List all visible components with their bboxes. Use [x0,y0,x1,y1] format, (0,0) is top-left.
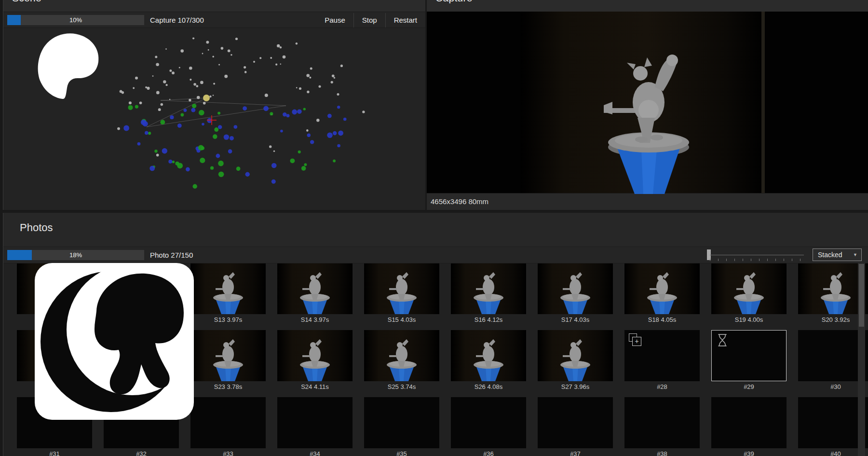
photo-thumbnail[interactable] [190,397,266,448]
photo-thumbnail-label: S24 4.11s [277,382,353,393]
photo-thumbnail[interactable] [451,263,526,314]
vertical-scrollbar[interactable] [858,263,865,456]
photo-thumbnail[interactable] [190,263,266,314]
photo-thumbnail[interactable] [190,330,266,381]
photo-thumbnail[interactable] [451,397,526,448]
photo-thumbnail-label: #38 [624,449,700,456]
photo-thumbnail[interactable]: + [624,330,700,381]
photo-thumbnail-label: S18 4.05s [624,315,700,326]
photo-thumbnail-label: #35 [364,449,439,456]
photo-thumbnail-label: #31 [17,449,92,456]
photo-thumbnail-label: #39 [711,449,787,456]
photo-thumbnail[interactable] [277,263,353,314]
view-mode-dropdown[interactable]: Stacked ▼ [813,249,862,261]
photo-thumbnail-label: S13 3.97s [190,315,266,326]
photo-thumbnail[interactable] [711,330,787,381]
hourglass-icon [717,333,728,347]
capture-counter: Capture 107/300 [150,12,204,28]
slider-ticks [710,259,802,261]
slider-track [710,255,804,255]
photo-thumbnail[interactable] [624,397,700,448]
photo-thumbnail[interactable] [451,330,526,381]
chevron-down-icon: ▼ [853,249,857,261]
photo-thumbnail-label: #28 [624,382,700,393]
photo-thumbnail-label: S16 4.12s [451,315,526,326]
photo-thumbnail-label: S26 4.08s [451,382,526,393]
photo-thumbnail-label: #37 [538,449,613,456]
photo-thumbnail-label: S23 3.78s [190,382,266,393]
photos-progressbar: 18% [7,250,144,260]
capture-titlebar: Capture [427,0,868,12]
scene-toolbar: 10% Capture 107/300 Pause Stop Restart [3,12,425,28]
photo-thumbnail[interactable] [277,397,353,448]
photos-counter: Photo 27/150 [150,247,193,263]
photo-thumbnail-label: S27 3.96s [538,382,613,393]
stop-button[interactable]: Stop [354,12,385,28]
view-mode-value: Stacked [818,251,842,259]
capture-progress-percent: 10% [7,15,144,25]
photo-thumbnail[interactable] [364,397,439,448]
photos-toolbar: 18% Photo 27/150 Stacked ▼ [3,247,868,263]
photo-thumbnail-label: #34 [277,449,353,456]
capture-progressbar: 10% [7,15,144,25]
photo-thumbnail-label: #36 [451,449,526,456]
photo-thumbnail-label: S17 4.03s [538,315,613,326]
photos-header: Photos [3,213,868,247]
photo-thumbnail-label: #32 [104,449,179,456]
scene-titlebar: Scene [3,0,425,12]
photo-thumbnail[interactable] [711,263,787,314]
photo-thumbnail[interactable] [364,263,439,314]
photo-thumbnail-label: S19 4.00s [711,315,787,326]
photo-thumbnail[interactable] [538,263,613,314]
photos-title: Photos [20,221,53,234]
photo-thumbnail[interactable] [538,330,613,381]
photo-thumbnail-label: #29 [711,382,787,393]
photo-thumbnail[interactable] [538,397,613,448]
photo-thumbnail-label: S15 4.03s [364,315,439,326]
photo-thumbnail[interactable] [624,263,700,314]
photos-progress-percent: 18% [7,250,144,260]
add-photo-icon: + [629,333,643,348]
scrollbar-thumb[interactable] [859,264,864,327]
photo-thumbnail-label: #33 [190,449,266,456]
miniature-figure-image [603,44,694,194]
watermark-logo-overlay [35,263,194,420]
photo-edge-highlight [761,12,765,193]
capture-statusbar: 4656x3496 80mm [427,193,868,210]
capture-title: Capture [435,0,868,4]
photo-thumbnail[interactable] [277,330,353,381]
capture-controls: Pause Stop Restart [316,12,425,28]
restart-button[interactable]: Restart [386,12,425,28]
photo-thumbnail[interactable] [711,397,787,448]
capture-resolution-label: 4656x3496 80mm [431,193,488,210]
photo-thumbnail-label: S25 3.74s [364,382,439,393]
scene-title: Scene [12,0,425,4]
thumbnail-size-slider[interactable] [705,249,809,263]
photo-thumbnail[interactable] [364,330,439,381]
photo-thumbnail-label: S14 3.97s [277,315,353,326]
pause-button[interactable]: Pause [316,12,353,28]
white-blob-overlay [35,30,103,100]
